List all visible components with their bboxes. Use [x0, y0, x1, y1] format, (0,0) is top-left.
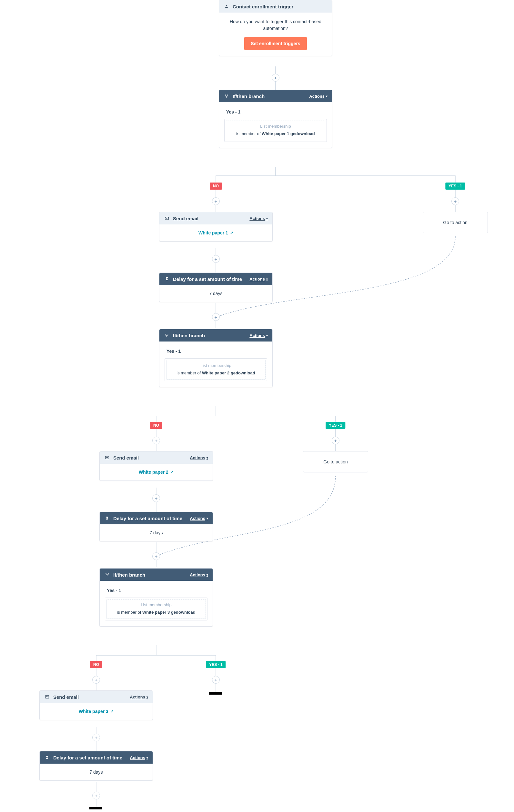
branch-header: If/then branch Actions▾: [219, 90, 332, 102]
yes-tag: YES - 1: [206, 661, 225, 668]
branch-card-2[interactable]: If/then branch Actions▾ Yes - 1 List mem…: [159, 329, 273, 387]
add-step-button[interactable]: +: [212, 313, 220, 321]
actions-menu[interactable]: Actions▾: [249, 277, 268, 282]
svg-point-18: [227, 94, 228, 95]
no-tag: NO: [210, 182, 222, 190]
delay-card-2[interactable]: Delay for a set amount of time Actions▾ …: [99, 512, 213, 542]
svg-point-16: [226, 5, 227, 6]
trigger-title: Contact enrollment trigger: [233, 4, 293, 9]
branch-card-1[interactable]: If/then branch Actions▾ Yes - 1 List mem…: [219, 90, 332, 148]
add-step-button[interactable]: +: [92, 676, 100, 684]
email-link-3[interactable]: White paper 3↗: [79, 709, 114, 714]
svg-point-22: [167, 334, 168, 335]
svg-point-27: [107, 575, 107, 576]
mail-icon: [44, 694, 50, 700]
goto-action-2[interactable]: Go to action: [303, 451, 368, 472]
svg-point-25: [106, 573, 106, 574]
person-icon: [224, 4, 229, 9]
no-tag: NO: [90, 661, 102, 668]
add-step-button[interactable]: +: [92, 792, 100, 800]
add-step-button[interactable]: +: [212, 255, 220, 263]
goto-action-1[interactable]: Go to action: [423, 212, 488, 233]
actions-menu[interactable]: Actions▾: [249, 333, 268, 338]
svg-point-19: [226, 97, 227, 97]
add-step-button[interactable]: +: [212, 676, 220, 684]
trigger-question: How do you want to trigger this contact-…: [224, 19, 327, 32]
mail-icon: [104, 455, 110, 461]
actions-menu[interactable]: Actions▾: [190, 455, 208, 460]
trigger-card[interactable]: Contact enrollment trigger How do you wa…: [219, 0, 332, 56]
hourglass-icon: [164, 276, 170, 282]
add-step-button[interactable]: +: [272, 74, 279, 82]
trigger-header: Contact enrollment trigger: [219, 0, 332, 12]
add-step-button[interactable]: +: [212, 197, 220, 205]
set-triggers-button[interactable]: Set enrollment triggers: [244, 37, 306, 50]
branch-icon: [164, 332, 170, 338]
actions-menu[interactable]: Actions▾: [309, 94, 327, 99]
email-link-1[interactable]: White paper 1↗: [198, 230, 233, 235]
actions-menu[interactable]: Actions▾: [249, 216, 268, 221]
branch-icon: [104, 572, 110, 578]
svg-point-17: [225, 94, 225, 95]
send-email-card-3[interactable]: Send email Actions▾ White paper 3↗: [39, 690, 153, 720]
add-step-button[interactable]: +: [152, 494, 160, 502]
svg-point-21: [165, 334, 166, 335]
delay-card-1[interactable]: Delay for a set amount of time Actions▾ …: [159, 272, 273, 302]
chevron-down-icon: ▾: [326, 94, 327, 98]
actions-menu[interactable]: Actions▾: [190, 572, 208, 577]
add-step-button[interactable]: +: [152, 552, 160, 560]
add-step-button[interactable]: +: [452, 197, 459, 205]
delay-card-3[interactable]: Delay for a set amount of time Actions▾ …: [39, 751, 153, 781]
branch-icon: [224, 93, 229, 99]
finish-icon: [89, 807, 103, 812]
yes-tag: YES - 1: [445, 182, 465, 190]
branch-card-3[interactable]: If/then branch Actions▾ Yes - 1 List mem…: [99, 568, 213, 627]
external-icon: ↗: [230, 231, 233, 235]
svg-point-23: [166, 336, 167, 337]
hourglass-icon: [44, 755, 50, 760]
mail-icon: [164, 215, 170, 221]
add-step-button[interactable]: +: [332, 437, 340, 444]
svg-point-26: [108, 573, 108, 574]
send-email-card-2[interactable]: Send email Actions▾ White paper 2↗: [99, 451, 213, 481]
send-email-card-1[interactable]: Send email Actions▾ White paper 1↗: [159, 212, 273, 241]
yes-tag: YES - 1: [326, 422, 345, 429]
add-step-button[interactable]: +: [92, 734, 100, 742]
email-link-2[interactable]: White paper 2↗: [139, 469, 173, 475]
actions-menu[interactable]: Actions▾: [130, 755, 148, 760]
condition-box: List membership is member of White paper…: [224, 119, 327, 142]
actions-menu[interactable]: Actions▾: [190, 516, 208, 521]
finish-icon: [209, 692, 223, 697]
actions-menu[interactable]: Actions▾: [130, 695, 148, 699]
hourglass-icon: [104, 515, 110, 521]
no-tag: NO: [150, 422, 162, 429]
add-step-button[interactable]: +: [152, 437, 160, 444]
